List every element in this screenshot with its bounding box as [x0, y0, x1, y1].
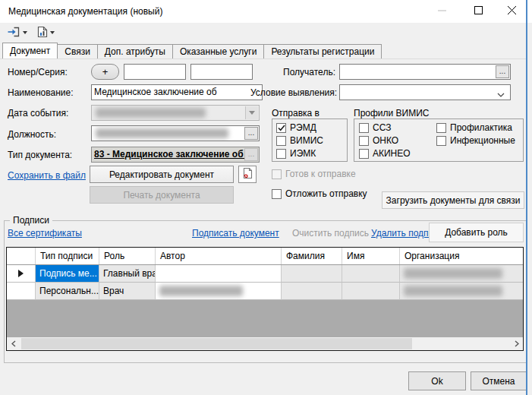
column-header[interactable]: Фамилия — [282, 248, 342, 264]
number-series-label: Номер/Серия: — [8, 67, 68, 77]
signature-type-cell[interactable]: Подпись ме... — [36, 265, 99, 283]
signature-type-cell[interactable]: Персональн... — [36, 283, 99, 300]
tab-rendered-services[interactable]: Оказанные услуги — [172, 44, 264, 58]
close-button[interactable] — [499, 2, 524, 21]
add-number-button[interactable]: + — [91, 64, 119, 80]
save-to-file-link[interactable]: Сохранить в файл — [8, 170, 86, 181]
number-input[interactable] — [124, 64, 186, 80]
redacted-value — [96, 128, 228, 138]
ready-to-send-checkbox[interactable]: Готов к отправке — [272, 169, 356, 179]
checkbox-icon — [436, 123, 446, 133]
tab-label: Оказанные услуги — [180, 46, 257, 57]
column-header[interactable]: Имя — [342, 248, 400, 264]
date-dropdown-button[interactable] — [245, 106, 258, 119]
lastname-cell[interactable] — [282, 265, 342, 283]
condition-label: Условие выявления: — [250, 87, 335, 98]
column-header[interactable]: Роль — [99, 248, 156, 264]
checkbox-icon — [359, 149, 369, 159]
firstname-cell[interactable] — [342, 265, 400, 283]
maximize-button[interactable] — [466, 2, 490, 21]
minimize-icon — [438, 6, 446, 17]
checkbox-iemk[interactable]: ИЭМК — [276, 148, 316, 159]
checkbox-akineo[interactable]: АКИНЕО — [359, 148, 411, 159]
postpone-send-checkbox[interactable]: Отложить отправку — [272, 188, 367, 199]
tab-label: Документ — [10, 46, 50, 56]
checkbox-icon — [272, 169, 282, 179]
checkbox-icon — [276, 123, 286, 133]
load-linked-documents-button[interactable]: Загрузить документы для связи — [382, 191, 524, 209]
checkbox-label: Инфекционные — [450, 135, 515, 146]
send-to-group-label: Отправка в — [272, 108, 320, 118]
tab-extra-attributes[interactable]: Доп. атрибуты — [97, 44, 173, 58]
add-role-button[interactable]: Добавить роль — [429, 223, 524, 242]
dropdown-arrow-icon — [249, 111, 255, 115]
lastname-cell[interactable] — [282, 283, 342, 300]
checkbox-icon — [272, 189, 282, 199]
report-document-button[interactable] — [35, 25, 57, 40]
checkbox-vimis[interactable]: ВИМИС — [276, 135, 323, 146]
firstname-cell[interactable] — [342, 283, 400, 300]
scrollbar-thumb[interactable] — [21, 338, 412, 349]
column-header[interactable]: Организация — [400, 248, 523, 264]
ok-button[interactable]: Ok — [408, 371, 466, 390]
checkbox-prophylaxis[interactable]: Профилактика — [436, 122, 512, 133]
column-header[interactable]: Автор — [156, 248, 282, 264]
name-label: Наименование: — [8, 87, 74, 98]
position-label: Должность: — [8, 129, 56, 140]
all-certificates-link[interactable]: Все сертификаты — [8, 228, 82, 239]
author-cell[interactable] — [156, 265, 282, 283]
event-date-combobox[interactable] — [91, 105, 260, 121]
doctype-field[interactable]: 83 - Медицинское заключение об о ... — [91, 147, 260, 163]
doctype-browse-button[interactable]: ... — [244, 148, 258, 161]
print-document-button[interactable]: Печать документа — [90, 186, 234, 204]
table-row[interactable]: Персональн... Врач — [7, 283, 523, 300]
table-header-row: Тип подписи Роль Автор Фамилия Имя Орган… — [7, 248, 523, 265]
position-browse-button[interactable]: ... — [244, 127, 258, 140]
checkbox-remd[interactable]: РЭМД — [276, 122, 316, 133]
checkbox-onko[interactable]: ОНКО — [359, 135, 398, 146]
column-header[interactable]: Тип подписи — [36, 248, 99, 264]
sign-document-link[interactable]: Подписать документ — [192, 228, 279, 239]
import-document-button[interactable] — [5, 25, 30, 40]
series-input[interactable] — [190, 64, 253, 80]
tab-links[interactable]: Связи — [57, 44, 98, 58]
report-dropdown-caret-icon[interactable] — [50, 31, 55, 34]
checkbox-icon — [359, 123, 369, 133]
author-cell[interactable] — [156, 283, 282, 300]
document-red-seal-icon — [242, 167, 253, 182]
tab-registration-results[interactable]: Результаты регистрации — [263, 44, 382, 58]
checkbox-infectious[interactable]: Инфекционные — [436, 135, 515, 146]
role-cell[interactable]: Врач — [99, 283, 156, 300]
minimize-button[interactable] — [430, 2, 454, 21]
recipient-field[interactable]: ... — [339, 64, 511, 80]
organization-cell[interactable] — [400, 283, 523, 300]
import-dropdown-caret-icon[interactable] — [23, 31, 27, 34]
medical-documentation-dialog: Медицинская документация (новый) — [0, 0, 532, 395]
scroll-left-button[interactable] — [7, 337, 20, 350]
condition-combobox[interactable] — [339, 84, 511, 100]
checkbox-label: РЭМД — [290, 122, 316, 133]
scroll-right-button[interactable] — [510, 337, 523, 350]
close-icon — [508, 6, 516, 17]
horizontal-scrollbar[interactable] — [7, 337, 523, 350]
chevron-left-icon — [11, 340, 16, 347]
tab-document[interactable]: Документ — [2, 43, 58, 58]
position-field[interactable]: ... — [91, 125, 260, 141]
clear-signature-link[interactable]: Очистить подпись — [292, 228, 369, 239]
checkbox-label: ОНКО — [373, 135, 398, 146]
window-title: Медицинская документация (новый) — [8, 6, 162, 17]
titlebar[interactable]: Медицинская документация (новый) — [0, 0, 532, 23]
recipient-browse-button[interactable]: ... — [496, 65, 509, 78]
cancel-button[interactable]: Отмена — [471, 371, 527, 390]
document-signature-icon-button[interactable] — [238, 166, 257, 183]
role-cell[interactable]: Главный врач — [99, 265, 156, 283]
checkbox-ssz[interactable]: ССЗ — [359, 122, 391, 133]
checkbox-label: Профилактика — [450, 122, 512, 133]
checkbox-label: АКИНЕО — [373, 148, 411, 159]
edit-document-button[interactable]: Редактировать документ — [90, 166, 234, 183]
table-row[interactable]: Подпись ме... Главный врач — [7, 265, 523, 283]
redacted-value — [159, 286, 243, 296]
toolbar — [0, 23, 532, 43]
name-input[interactable]: Медицинское заключение об отсутствии пр — [91, 84, 263, 100]
organization-cell[interactable] — [400, 265, 523, 283]
